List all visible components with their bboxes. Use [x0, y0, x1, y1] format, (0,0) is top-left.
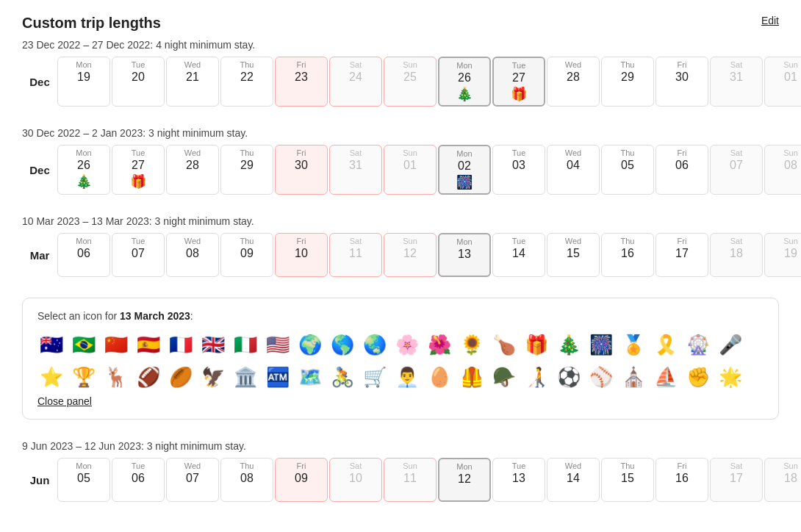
icon-item-28[interactable]: 🏛️ — [231, 363, 259, 391]
day-cell-Sun-18[interactable]: Sun18 — [764, 458, 801, 502]
icon-item-43[interactable]: 🌟 — [716, 363, 744, 391]
day-cell-Fri-23[interactable]: Fri23 — [275, 57, 328, 107]
icon-item-29[interactable]: 🏧 — [264, 363, 292, 391]
day-cell-Thu-08[interactable]: Thu08 — [220, 458, 273, 502]
day-cell-Tue-20[interactable]: Tue20 — [112, 57, 165, 107]
day-cell-Fri-09[interactable]: Fri09 — [275, 458, 328, 502]
day-cell-Thu-29[interactable]: Thu29 — [220, 145, 273, 195]
day-cell-Mon-19[interactable]: Mon19 — [57, 57, 110, 107]
icon-item-18[interactable]: 🏅 — [619, 331, 647, 359]
icon-item-7[interactable]: 🇺🇸 — [264, 331, 292, 359]
icon-item-39[interactable]: ⚾ — [587, 363, 615, 391]
icon-item-3[interactable]: 🇪🇸 — [134, 331, 162, 359]
day-cell-Mon-12[interactable]: Mon12 — [438, 458, 491, 502]
icon-item-4[interactable]: 🇫🇷 — [167, 331, 195, 359]
icon-item-26[interactable]: 🏉 — [167, 363, 195, 391]
icon-item-14[interactable]: 🍗 — [490, 331, 518, 359]
icon-item-20[interactable]: 🎡 — [684, 331, 712, 359]
day-cell-Tue-27[interactable]: Tue27🎁 — [492, 57, 545, 107]
day-cell-Sat-18[interactable]: Sat18 — [710, 233, 763, 277]
icon-item-17[interactable]: 🎆 — [587, 331, 615, 359]
icon-item-12[interactable]: 🌺 — [425, 331, 453, 359]
icon-item-38[interactable]: ⚽ — [555, 363, 583, 391]
day-cell-Fri-17[interactable]: Fri17 — [655, 233, 708, 277]
icon-item-23[interactable]: 🏆 — [70, 363, 98, 391]
day-cell-Sun-01[interactable]: Sun01 — [764, 57, 801, 107]
icon-item-13[interactable]: 🌻 — [458, 331, 486, 359]
day-cell-Fri-30[interactable]: Fri30 — [275, 145, 328, 195]
icon-item-27[interactable]: 🦅 — [199, 363, 227, 391]
icon-item-37[interactable]: 🧑‍🦯 — [522, 363, 550, 391]
icon-item-30[interactable]: 🗺️ — [296, 363, 324, 391]
day-cell-Tue-14[interactable]: Tue14 — [492, 233, 545, 277]
day-cell-Sat-17[interactable]: Sat17 — [710, 458, 763, 502]
day-cell-Mon-26[interactable]: Mon26🎄 — [57, 145, 110, 195]
icon-item-35[interactable]: 🦺 — [458, 363, 486, 391]
day-cell-Thu-29[interactable]: Thu29 — [601, 57, 654, 107]
day-cell-Wed-07[interactable]: Wed07 — [166, 458, 219, 502]
day-cell-Thu-05[interactable]: Thu05 — [601, 145, 654, 195]
icon-item-21[interactable]: 🎤 — [716, 331, 744, 359]
icon-item-5[interactable]: 🇬🇧 — [199, 331, 227, 359]
edit-link[interactable]: Edit — [761, 15, 779, 26]
day-cell-Wed-21[interactable]: Wed21 — [166, 57, 219, 107]
icon-item-9[interactable]: 🌎 — [328, 331, 356, 359]
icon-item-40[interactable]: ⛪ — [619, 363, 647, 391]
icon-item-19[interactable]: 🎗️ — [652, 331, 680, 359]
day-cell-Tue-06[interactable]: Tue06 — [112, 458, 165, 502]
icon-item-15[interactable]: 🎁 — [522, 331, 550, 359]
icon-item-1[interactable]: 🇧🇷 — [70, 331, 98, 359]
day-cell-Thu-09[interactable]: Thu09 — [220, 233, 273, 277]
day-cell-Thu-16[interactable]: Thu16 — [601, 233, 654, 277]
day-cell-Tue-27[interactable]: Tue27🎁 — [112, 145, 165, 195]
day-cell-Sun-01[interactable]: Sun01 — [384, 145, 437, 195]
day-cell-Fri-16[interactable]: Fri16 — [655, 458, 708, 502]
day-cell-Fri-30[interactable]: Fri30 — [655, 57, 708, 107]
day-cell-Mon-02[interactable]: Mon02🎆 — [438, 145, 491, 195]
icon-item-22[interactable]: ⭐ — [37, 363, 65, 391]
day-cell-Tue-03[interactable]: Tue03 — [492, 145, 545, 195]
icon-item-24[interactable]: 🦌 — [102, 363, 130, 391]
day-cell-Sun-19[interactable]: Sun19 — [764, 233, 801, 277]
day-cell-Mon-05[interactable]: Mon05 — [57, 458, 110, 502]
day-cell-Wed-28[interactable]: Wed28 — [547, 57, 600, 107]
day-cell-Tue-07[interactable]: Tue07 — [112, 233, 165, 277]
icon-item-16[interactable]: 🎄 — [555, 331, 583, 359]
day-cell-Wed-04[interactable]: Wed04 — [547, 145, 600, 195]
icon-item-33[interactable]: 👨‍💼 — [393, 363, 421, 391]
day-cell-Wed-15[interactable]: Wed15 — [547, 233, 600, 277]
day-cell-Fri-06[interactable]: Fri06 — [655, 145, 708, 195]
icon-item-31[interactable]: 🚴 — [328, 363, 356, 391]
day-cell-Sat-24[interactable]: Sat24 — [329, 57, 382, 107]
day-cell-Sat-31[interactable]: Sat31 — [329, 145, 382, 195]
icon-item-34[interactable]: 🥚 — [425, 363, 453, 391]
day-cell-Wed-28[interactable]: Wed28 — [166, 145, 219, 195]
icon-item-2[interactable]: 🇨🇳 — [102, 331, 130, 359]
day-cell-Sat-11[interactable]: Sat11 — [329, 233, 382, 277]
day-cell-Sat-10[interactable]: Sat10 — [329, 458, 382, 502]
icon-item-25[interactable]: 🏈 — [134, 363, 162, 391]
icon-item-36[interactable]: 🪖 — [490, 363, 518, 391]
icon-item-32[interactable]: 🛒 — [361, 363, 389, 391]
icon-item-8[interactable]: 🌍 — [296, 331, 324, 359]
day-cell-Wed-08[interactable]: Wed08 — [166, 233, 219, 277]
icon-item-6[interactable]: 🇮🇹 — [231, 331, 259, 359]
day-cell-Sat-07[interactable]: Sat07 — [710, 145, 763, 195]
icon-item-42[interactable]: ✊ — [684, 363, 712, 391]
icon-item-10[interactable]: 🌏 — [361, 331, 389, 359]
icon-item-0[interactable]: 🇦🇺 — [37, 331, 65, 359]
day-cell-Tue-13[interactable]: Tue13 — [492, 458, 545, 502]
day-cell-Sun-12[interactable]: Sun12 — [384, 233, 437, 277]
day-cell-Fri-10[interactable]: Fri10 — [275, 233, 328, 277]
day-cell-Sun-25[interactable]: Sun25 — [384, 57, 437, 107]
close-panel-link[interactable]: Close panel — [37, 395, 92, 407]
day-cell-Mon-13[interactable]: Mon13 — [438, 233, 491, 277]
icon-item-11[interactable]: 🌸 — [393, 331, 421, 359]
day-cell-Thu-15[interactable]: Thu15 — [601, 458, 654, 502]
day-cell-Thu-22[interactable]: Thu22 — [220, 57, 273, 107]
day-cell-Mon-26[interactable]: Mon26🎄 — [438, 57, 491, 107]
icon-item-41[interactable]: ⛵ — [652, 363, 680, 391]
day-cell-Mon-06[interactable]: Mon06 — [57, 233, 110, 277]
day-cell-Sun-08[interactable]: Sun08 — [764, 145, 801, 195]
day-cell-Sun-11[interactable]: Sun11 — [384, 458, 437, 502]
